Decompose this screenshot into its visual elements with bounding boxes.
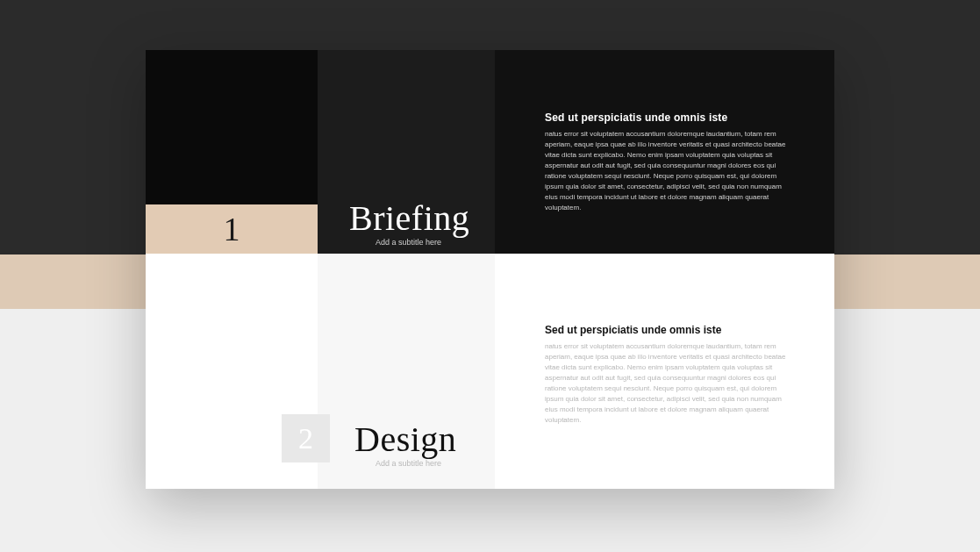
- design-subtitle: Add a subtitle here: [376, 459, 441, 468]
- briefing-subtitle: Add a subtitle here: [376, 238, 441, 247]
- design-title: Design: [354, 419, 456, 460]
- briefing-number-box: 1: [146, 204, 318, 254]
- design-body-heading: Sed ut perspiciatis unde omnis iste: [545, 324, 790, 336]
- section-briefing: Sed ut perspiciatis unde omnis iste natu…: [146, 50, 834, 254]
- briefing-title: Briefing: [349, 197, 469, 239]
- section-design: Sed ut perspiciatis unde omnis iste natu…: [146, 254, 834, 489]
- design-number: 2: [298, 422, 313, 455]
- briefing-body-heading: Sed ut perspiciatis unde omnis iste: [545, 111, 790, 124]
- briefing-body-text: natus error sit voluptatem accusantium d…: [545, 129, 790, 213]
- design-number-box: 2: [282, 414, 330, 462]
- design-body-text: natus error sit voluptatem accusantium d…: [545, 341, 790, 426]
- briefing-number: 1: [224, 210, 240, 248]
- slide-frame: Sed ut perspiciatis unde omnis iste natu…: [146, 50, 834, 489]
